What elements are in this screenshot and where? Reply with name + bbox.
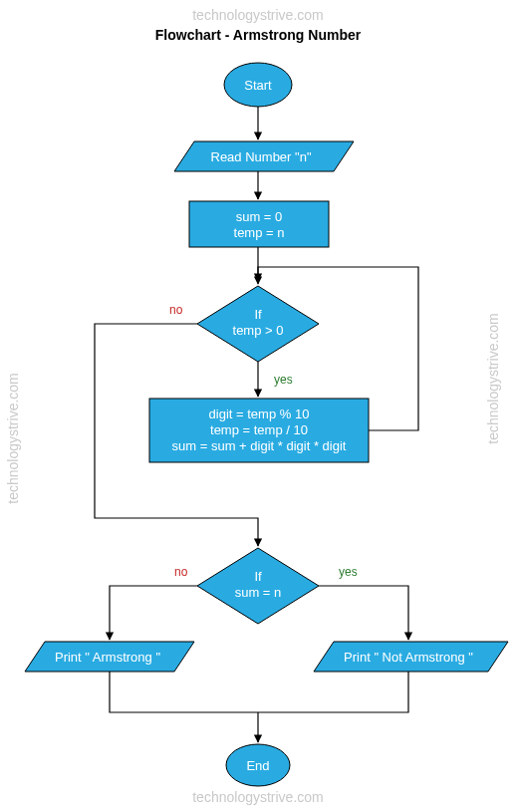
node-dec2-l2: sum = n bbox=[235, 585, 282, 600]
node-out-armstrong-label: Print " Armstrong " bbox=[55, 650, 160, 665]
label-dec1-yes: yes bbox=[274, 373, 293, 387]
node-end-label: End bbox=[246, 758, 269, 773]
node-init-l2: temp = n bbox=[234, 225, 285, 240]
label-dec2-no: no bbox=[174, 565, 188, 579]
node-loop-l1: digit = temp % 10 bbox=[209, 406, 310, 421]
node-loop-l3: sum = sum + digit * digit * digit bbox=[172, 438, 347, 453]
label-dec2-yes: yes bbox=[339, 565, 358, 579]
watermark-left: technologystrive.com bbox=[5, 373, 21, 504]
node-init bbox=[189, 201, 329, 247]
watermark-top: technologystrive.com bbox=[192, 7, 324, 23]
node-read-label: Read Number "n" bbox=[211, 149, 312, 164]
node-init-l1: sum = 0 bbox=[236, 209, 283, 224]
flowchart-canvas: technologystrive.com technologystrive.co… bbox=[0, 0, 516, 812]
edge-dec2-yes bbox=[319, 586, 408, 640]
watermark-bottom: technologystrive.com bbox=[192, 789, 324, 805]
watermark-right: technologystrive.com bbox=[485, 313, 501, 444]
node-loop-l2: temp = temp / 10 bbox=[210, 422, 308, 437]
diagram-title: Flowchart - Armstrong Number bbox=[155, 27, 362, 43]
node-out-not-armstrong-label: Print " Not Armstrong " bbox=[344, 650, 473, 665]
edge-outN-merge bbox=[258, 672, 408, 712]
node-dec1-l1: If bbox=[254, 307, 262, 322]
node-dec1-l2: temp > 0 bbox=[233, 323, 284, 338]
edge-dec2-no bbox=[110, 586, 197, 640]
node-start-label: Start bbox=[244, 78, 272, 93]
label-dec1-no: no bbox=[169, 303, 183, 317]
node-dec2-l1: If bbox=[254, 569, 262, 584]
edge-outA-merge bbox=[110, 672, 258, 712]
